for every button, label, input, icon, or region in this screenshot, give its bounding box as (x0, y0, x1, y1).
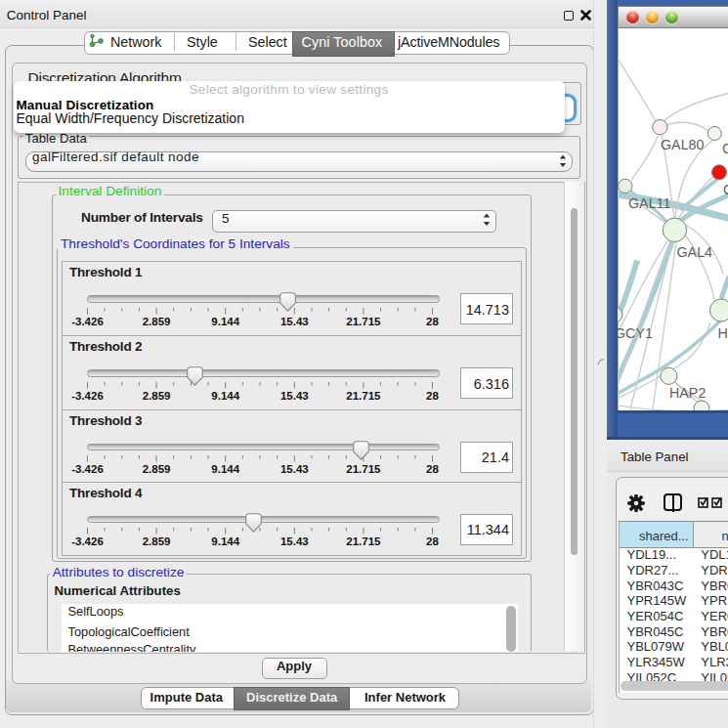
svg-text:GAL80: GAL80 (661, 136, 705, 151)
svg-text:GCY1: GCY1 (618, 324, 653, 340)
svg-text:GAL11: GAL11 (628, 194, 670, 210)
svg-text:GA: GA (722, 140, 728, 155)
svg-text:H: H (718, 324, 728, 340)
svg-text:C: C (723, 181, 728, 196)
svg-text:GAL4: GAL4 (677, 244, 713, 260)
svg-text:HAP2: HAP2 (669, 384, 706, 400)
